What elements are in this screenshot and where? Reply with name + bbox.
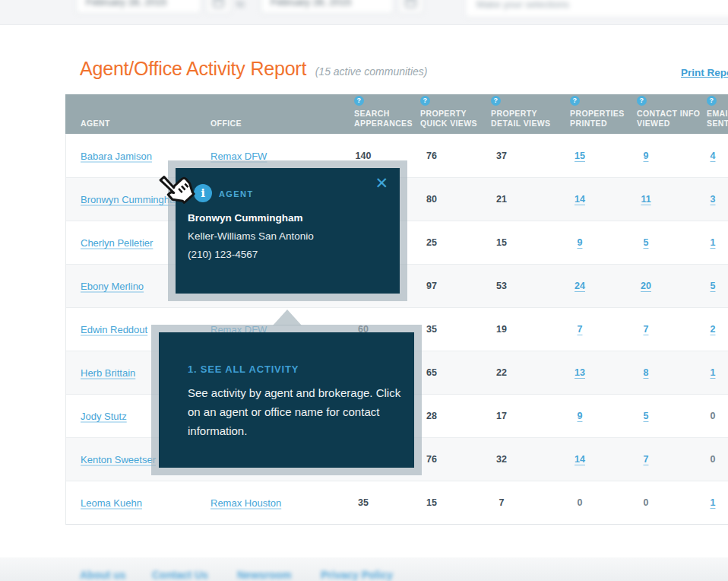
agent-link[interactable]: Babara Jamison xyxy=(81,150,152,161)
detail-views-value: 37 xyxy=(483,151,521,161)
quick-views-value: 76 xyxy=(413,151,451,161)
printed-link[interactable]: 13 xyxy=(561,367,599,378)
footer: About us Contact Us Newsroom Privacy Pol… xyxy=(0,557,728,581)
detail-views-value: 19 xyxy=(483,324,521,335)
tooltip-arrow-up xyxy=(273,310,302,325)
email-sent-link[interactable]: 5 xyxy=(694,281,728,291)
column-header-search-appearances: ?SEARCH APPERANCES xyxy=(354,96,416,129)
agent-contact-tooltip-body: i AGENT ✕ Bronwyn Cummingham Keller-Will… xyxy=(176,168,400,294)
agent-link[interactable]: Leoma Kuehn xyxy=(81,497,142,509)
tooltip-agent-phone: (210) 123-4567 xyxy=(188,249,258,260)
calendar-button[interactable] xyxy=(206,0,231,14)
agent-link[interactable]: Kenton Sweetser xyxy=(81,454,156,465)
contact-viewed-value: 0 xyxy=(627,497,665,508)
column-header-properties-printed: ?PROPERTIES PRINTED xyxy=(570,96,631,129)
detail-views-value: 17 xyxy=(483,411,521,421)
help-icon[interactable]: ? xyxy=(420,96,430,106)
report-subtitle: (15 active communities) xyxy=(315,65,428,78)
calendar-icon xyxy=(405,0,416,8)
contact-viewed-link[interactable]: 20 xyxy=(627,281,665,291)
quick-views-value: 25 xyxy=(413,237,451,248)
email-sent-link[interactable]: 4 xyxy=(694,151,728,161)
close-icon[interactable]: ✕ xyxy=(375,174,388,192)
agent-link[interactable]: Ebony Merlino xyxy=(81,281,144,292)
email-sent-link[interactable]: 1 xyxy=(694,237,728,248)
column-header-label: PROPERTY DETAIL VIEWS xyxy=(491,109,551,128)
printed-link[interactable]: 7 xyxy=(561,324,599,335)
printed-link[interactable]: 14 xyxy=(561,454,599,465)
agent-contact-tooltip: i AGENT ✕ Bronwyn Cummingham Keller-Will… xyxy=(168,160,407,301)
contact-viewed-link[interactable]: 5 xyxy=(627,411,665,421)
email-sent-link[interactable]: 1 xyxy=(694,497,728,508)
help-icon[interactable]: ? xyxy=(637,96,647,106)
detail-views-value: 53 xyxy=(483,281,521,291)
email-sent-link[interactable]: 1 xyxy=(694,367,728,378)
help-icon[interactable]: ? xyxy=(570,96,580,106)
quick-views-value: 97 xyxy=(413,281,451,291)
help-icon[interactable]: ? xyxy=(491,96,501,106)
tooltip-agent-label: AGENT xyxy=(219,189,254,198)
column-header-email-sent: ?EMAIL SENT xyxy=(707,96,728,129)
walkthrough-tooltip: 1. SEE ALL ACTIVITY See activity by agen… xyxy=(151,325,422,475)
help-icon[interactable]: ? xyxy=(354,96,364,106)
page: February 28, 2015 to February 28, 2015 M… xyxy=(0,0,728,581)
contact-viewed-link[interactable]: 8 xyxy=(627,367,665,378)
column-header-property-quick-views: ?PROPERTY QUICK VIEWS xyxy=(420,96,484,129)
office-link[interactable]: Remax Houston xyxy=(210,497,281,509)
column-header-label: EMAIL SENT xyxy=(707,109,728,128)
printed-link[interactable]: 14 xyxy=(561,194,599,205)
filter-bar: February 28, 2015 to February 28, 2015 M… xyxy=(0,0,728,25)
email-sent-link[interactable]: 2 xyxy=(694,324,728,335)
agent-link[interactable]: Jody Stutz xyxy=(81,411,127,422)
footer-link-about-us[interactable]: About us xyxy=(80,569,126,581)
column-header-agent: AGENT xyxy=(81,119,110,129)
column-header-contact-info-viewed: ?CONTACT INFO VIEWED xyxy=(637,96,701,129)
contact-viewed-link[interactable]: 7 xyxy=(627,324,665,335)
office-link[interactable]: Remax DFW xyxy=(210,150,267,161)
tooltip-agent-office: Keller-Williams San Antonio xyxy=(188,230,314,242)
printed-link[interactable]: 15 xyxy=(561,151,599,161)
selection-input[interactable]: Make your selections xyxy=(465,0,728,17)
filter-bar-blur: February 28, 2015 to February 28, 2015 M… xyxy=(0,0,728,24)
contact-viewed-link[interactable]: 11 xyxy=(627,194,665,205)
printed-link[interactable]: 9 xyxy=(561,411,599,421)
print-report-link[interactable]: Print Report xyxy=(681,67,728,78)
page-title: Agent/Office Activity Report (15 active … xyxy=(80,58,428,80)
email-sent-value: 0 xyxy=(694,454,728,465)
tooltip-agent-name: Bronwyn Cummingham xyxy=(188,212,303,224)
printed-link[interactable]: 9 xyxy=(561,237,599,248)
calendar-button[interactable] xyxy=(398,0,423,14)
walkthrough-text: See activity by agent and brokerage. Cli… xyxy=(188,383,404,440)
footer-link-newsroom[interactable]: Newsroom xyxy=(237,569,292,581)
footer-links-blur: About us Contact Us Newsroom Privacy Pol… xyxy=(0,557,728,581)
quick-views-value: 15 xyxy=(413,497,451,508)
detail-views-value: 32 xyxy=(483,454,521,465)
printed-link[interactable]: 24 xyxy=(561,281,599,291)
column-header-label: SEARCH APPERANCES xyxy=(354,109,413,128)
contact-viewed-link[interactable]: 7 xyxy=(627,454,665,465)
date-to-input[interactable]: February 28, 2015 xyxy=(261,0,394,14)
email-sent-value: 0 xyxy=(694,411,728,421)
footer-link-privacy-policy[interactable]: Privacy Policy xyxy=(321,569,393,581)
detail-views-value: 7 xyxy=(483,497,521,508)
email-sent-link[interactable]: 3 xyxy=(694,194,728,205)
detail-views-value: 15 xyxy=(483,237,521,248)
report-title-text: Agent/Office Activity Report xyxy=(80,58,306,79)
quick-views-value: 80 xyxy=(413,194,451,205)
walkthrough-tooltip-body: 1. SEE ALL ACTIVITY See activity by agen… xyxy=(159,332,414,468)
contact-viewed-link[interactable]: 9 xyxy=(627,151,665,161)
help-icon[interactable]: ? xyxy=(707,96,717,106)
search-appearances-value: 140 xyxy=(344,151,382,161)
detail-views-value: 22 xyxy=(483,367,521,378)
column-header-label: PROPERTY QUICK VIEWS xyxy=(420,109,477,128)
cursor-pointer-icon xyxy=(150,183,189,226)
column-header-office: OFFICE xyxy=(210,119,242,129)
footer-link-contact-us[interactable]: Contact Us xyxy=(152,569,208,581)
detail-views-value: 21 xyxy=(483,194,521,205)
calendar-icon xyxy=(213,0,224,8)
date-from-input[interactable]: February 28, 2015 xyxy=(76,0,201,14)
agent-link[interactable]: Herb Brittain xyxy=(81,367,135,379)
agent-link[interactable]: Edwin Reddout xyxy=(81,324,147,335)
contact-viewed-link[interactable]: 5 xyxy=(627,237,665,248)
agent-link[interactable]: Cherlyn Pelletier xyxy=(81,237,153,249)
